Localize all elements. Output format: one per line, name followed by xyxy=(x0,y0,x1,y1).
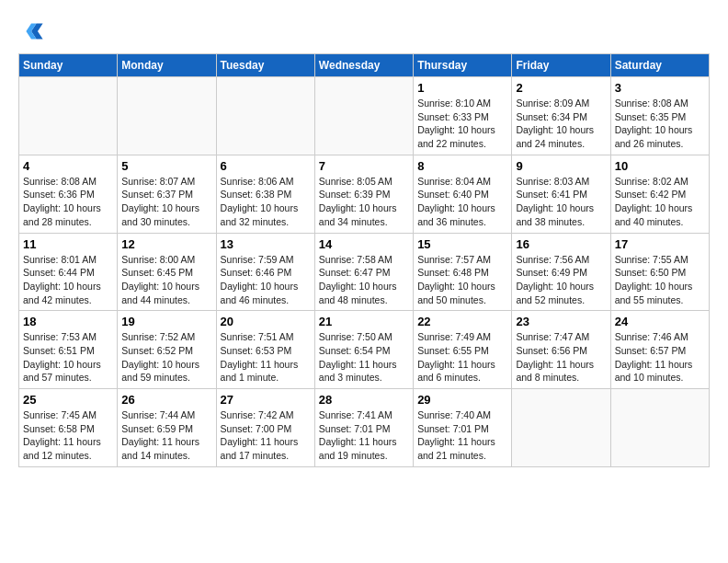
day-number: 20 xyxy=(221,315,311,328)
day-header-thursday: Thursday xyxy=(414,54,512,77)
day-info: Sunrise: 7:49 AM Sunset: 6:55 PM Dayligh… xyxy=(417,330,507,385)
day-info: Sunrise: 8:01 AM Sunset: 6:44 PM Dayligh… xyxy=(23,253,113,307)
day-info: Sunrise: 8:06 AM Sunset: 6:38 PM Dayligh… xyxy=(221,175,311,229)
day-info: Sunrise: 7:44 AM Sunset: 6:59 PM Dayligh… xyxy=(121,408,211,463)
day-header-monday: Monday xyxy=(118,54,216,77)
day-number: 24 xyxy=(615,315,705,328)
calendar-day: 3Sunrise: 8:08 AM Sunset: 6:35 PM Daylig… xyxy=(610,77,709,155)
calendar-day: 12Sunrise: 8:00 AM Sunset: 6:45 PM Dayli… xyxy=(118,233,216,311)
calendar-week-4: 18Sunrise: 7:53 AM Sunset: 6:51 PM Dayli… xyxy=(19,311,710,389)
day-info: Sunrise: 8:10 AM Sunset: 6:33 PM Dayligh… xyxy=(417,97,507,151)
day-info: Sunrise: 7:51 AM Sunset: 6:53 PM Dayligh… xyxy=(221,330,311,385)
day-info: Sunrise: 7:42 AM Sunset: 7:00 PM Dayligh… xyxy=(221,408,311,463)
calendar-day xyxy=(118,77,216,155)
day-number: 11 xyxy=(23,237,113,251)
calendar-day xyxy=(512,389,610,467)
day-info: Sunrise: 8:00 AM Sunset: 6:45 PM Dayligh… xyxy=(121,253,211,307)
day-info: Sunrise: 7:52 AM Sunset: 6:52 PM Dayligh… xyxy=(121,330,211,385)
calendar-day: 16Sunrise: 7:56 AM Sunset: 6:49 PM Dayli… xyxy=(512,233,610,311)
day-header-tuesday: Tuesday xyxy=(216,54,314,77)
calendar-day: 2Sunrise: 8:09 AM Sunset: 6:34 PM Daylig… xyxy=(512,77,610,155)
calendar-day: 6Sunrise: 8:06 AM Sunset: 6:38 PM Daylig… xyxy=(216,155,314,233)
day-info: Sunrise: 7:45 AM Sunset: 6:58 PM Dayligh… xyxy=(23,408,113,463)
day-number: 8 xyxy=(417,159,507,173)
calendar-week-5: 25Sunrise: 7:45 AM Sunset: 6:58 PM Dayli… xyxy=(19,389,710,467)
day-number: 22 xyxy=(417,315,507,328)
day-info: Sunrise: 7:56 AM Sunset: 6:49 PM Dayligh… xyxy=(516,253,606,307)
logo-icon xyxy=(18,18,44,44)
calendar-day: 26Sunrise: 7:44 AM Sunset: 6:59 PM Dayli… xyxy=(118,389,216,467)
calendar-day: 14Sunrise: 7:58 AM Sunset: 6:47 PM Dayli… xyxy=(314,233,413,311)
day-info: Sunrise: 8:02 AM Sunset: 6:42 PM Dayligh… xyxy=(615,175,705,229)
day-info: Sunrise: 7:58 AM Sunset: 6:47 PM Dayligh… xyxy=(319,253,409,307)
calendar-day xyxy=(19,77,118,155)
day-number: 9 xyxy=(516,159,606,173)
page-header xyxy=(18,18,710,44)
day-info: Sunrise: 7:47 AM Sunset: 6:56 PM Dayligh… xyxy=(516,330,606,385)
day-number: 10 xyxy=(615,159,705,173)
day-info: Sunrise: 7:59 AM Sunset: 6:46 PM Dayligh… xyxy=(221,253,311,307)
day-number: 15 xyxy=(417,237,507,251)
day-number: 1 xyxy=(417,81,507,95)
day-info: Sunrise: 8:03 AM Sunset: 6:41 PM Dayligh… xyxy=(516,175,606,229)
calendar-day: 17Sunrise: 7:55 AM Sunset: 6:50 PM Dayli… xyxy=(610,233,709,311)
day-info: Sunrise: 7:55 AM Sunset: 6:50 PM Dayligh… xyxy=(615,253,705,307)
day-header-wednesday: Wednesday xyxy=(314,54,413,77)
day-number: 27 xyxy=(221,393,311,407)
calendar-day: 15Sunrise: 7:57 AM Sunset: 6:48 PM Dayli… xyxy=(414,233,512,311)
day-info: Sunrise: 7:40 AM Sunset: 7:01 PM Dayligh… xyxy=(417,408,507,463)
day-number: 16 xyxy=(516,237,606,251)
day-number: 3 xyxy=(615,81,705,95)
calendar-day: 19Sunrise: 7:52 AM Sunset: 6:52 PM Dayli… xyxy=(118,311,216,389)
calendar-day: 13Sunrise: 7:59 AM Sunset: 6:46 PM Dayli… xyxy=(216,233,314,311)
day-info: Sunrise: 7:41 AM Sunset: 7:01 PM Dayligh… xyxy=(319,408,409,463)
calendar-week-3: 11Sunrise: 8:01 AM Sunset: 6:44 PM Dayli… xyxy=(19,233,710,311)
calendar-day xyxy=(314,77,413,155)
day-number: 13 xyxy=(221,237,311,251)
day-number: 28 xyxy=(319,393,409,407)
calendar-day: 22Sunrise: 7:49 AM Sunset: 6:55 PM Dayli… xyxy=(414,311,512,389)
calendar-day: 21Sunrise: 7:50 AM Sunset: 6:54 PM Dayli… xyxy=(314,311,413,389)
day-header-saturday: Saturday xyxy=(610,54,709,77)
day-info: Sunrise: 8:07 AM Sunset: 6:37 PM Dayligh… xyxy=(121,175,211,229)
calendar-day: 24Sunrise: 7:46 AM Sunset: 6:57 PM Dayli… xyxy=(610,311,709,389)
day-number: 17 xyxy=(615,237,705,251)
day-info: Sunrise: 8:05 AM Sunset: 6:39 PM Dayligh… xyxy=(319,175,409,229)
day-info: Sunrise: 8:08 AM Sunset: 6:35 PM Dayligh… xyxy=(615,97,705,151)
calendar-day: 5Sunrise: 8:07 AM Sunset: 6:37 PM Daylig… xyxy=(118,155,216,233)
calendar-table: SundayMondayTuesdayWednesdayThursdayFrid… xyxy=(18,53,710,467)
day-info: Sunrise: 7:53 AM Sunset: 6:51 PM Dayligh… xyxy=(23,330,113,385)
calendar-day xyxy=(610,389,709,467)
calendar-day xyxy=(216,77,314,155)
day-header-sunday: Sunday xyxy=(19,54,118,77)
day-number: 7 xyxy=(319,159,409,173)
day-number: 21 xyxy=(319,315,409,328)
logo xyxy=(18,18,48,44)
day-info: Sunrise: 7:46 AM Sunset: 6:57 PM Dayligh… xyxy=(615,330,705,385)
day-number: 18 xyxy=(23,315,113,328)
day-number: 26 xyxy=(121,393,211,407)
day-info: Sunrise: 8:08 AM Sunset: 6:36 PM Dayligh… xyxy=(23,175,113,229)
calendar-day: 9Sunrise: 8:03 AM Sunset: 6:41 PM Daylig… xyxy=(512,155,610,233)
day-number: 2 xyxy=(516,81,606,95)
calendar-week-1: 1Sunrise: 8:10 AM Sunset: 6:33 PM Daylig… xyxy=(19,77,710,155)
day-info: Sunrise: 8:04 AM Sunset: 6:40 PM Dayligh… xyxy=(417,175,507,229)
calendar-day: 4Sunrise: 8:08 AM Sunset: 6:36 PM Daylig… xyxy=(19,155,118,233)
calendar-day: 18Sunrise: 7:53 AM Sunset: 6:51 PM Dayli… xyxy=(19,311,118,389)
day-number: 23 xyxy=(516,315,606,328)
day-header-friday: Friday xyxy=(512,54,610,77)
day-number: 29 xyxy=(417,393,507,407)
calendar-day: 25Sunrise: 7:45 AM Sunset: 6:58 PM Dayli… xyxy=(19,389,118,467)
calendar-day: 1Sunrise: 8:10 AM Sunset: 6:33 PM Daylig… xyxy=(414,77,512,155)
day-number: 4 xyxy=(23,159,113,173)
day-info: Sunrise: 7:50 AM Sunset: 6:54 PM Dayligh… xyxy=(319,330,409,385)
calendar-day: 10Sunrise: 8:02 AM Sunset: 6:42 PM Dayli… xyxy=(610,155,709,233)
day-number: 14 xyxy=(319,237,409,251)
calendar-header-row: SundayMondayTuesdayWednesdayThursdayFrid… xyxy=(19,54,710,77)
calendar-day: 29Sunrise: 7:40 AM Sunset: 7:01 PM Dayli… xyxy=(414,389,512,467)
day-info: Sunrise: 8:09 AM Sunset: 6:34 PM Dayligh… xyxy=(516,97,606,151)
calendar-day: 28Sunrise: 7:41 AM Sunset: 7:01 PM Dayli… xyxy=(314,389,413,467)
calendar-day: 8Sunrise: 8:04 AM Sunset: 6:40 PM Daylig… xyxy=(414,155,512,233)
day-number: 25 xyxy=(23,393,113,407)
day-info: Sunrise: 7:57 AM Sunset: 6:48 PM Dayligh… xyxy=(417,253,507,307)
